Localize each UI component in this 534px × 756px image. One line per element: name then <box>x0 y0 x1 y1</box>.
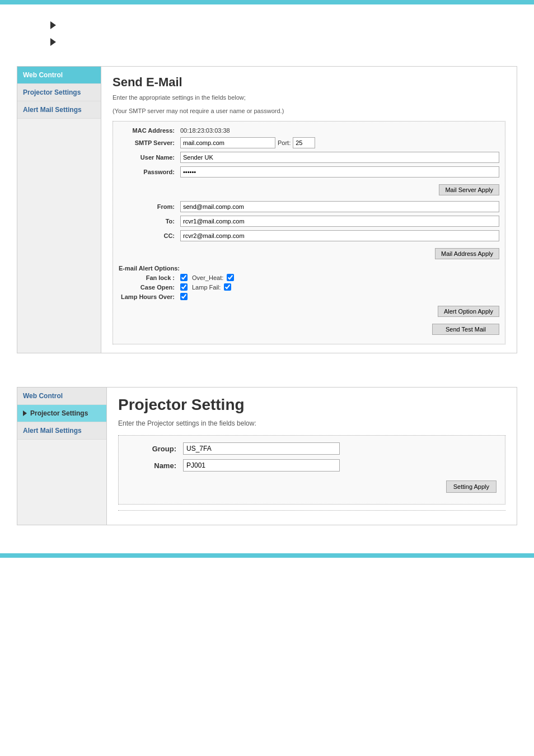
sidebar-item-projector-settings-2[interactable]: Projector Settings <box>17 405 106 422</box>
mac-address-row: MAC Address: 00:18:23:03:03:38 <box>119 127 499 134</box>
alert-option-apply-row: Alert Option Apply <box>119 302 499 317</box>
mail-server-apply-row: Mail Server Apply <box>119 181 499 195</box>
projector-form: Group: Name: Setting Apply <box>118 435 505 505</box>
email-form: MAC Address: 00:18:23:03:03:38 SMTP Serv… <box>113 121 505 344</box>
send-email-subtitle1: Enter the appropriate settings in the fi… <box>113 94 505 101</box>
to-row: To: <box>119 216 499 227</box>
projector-settings-arrow <box>23 410 27 416</box>
password-row: Password: <box>119 166 499 178</box>
port-label: Port: <box>278 139 291 146</box>
group-label: Group: <box>127 445 183 453</box>
fan-lock-row: Fan lock : Over_Heat: <box>119 274 499 281</box>
name-label: Name: <box>127 461 183 470</box>
alert-option-apply-button[interactable]: Alert Option Apply <box>438 306 499 317</box>
password-label: Password: <box>119 169 180 175</box>
cc-label: CC: <box>119 232 180 239</box>
bottom-bar <box>0 553 534 558</box>
projector-title: Projector Setting <box>118 396 505 414</box>
cc-row: CC: <box>119 230 499 241</box>
mail-server-apply-button[interactable]: Mail Server Apply <box>439 184 499 195</box>
top-bar <box>0 0 534 4</box>
lamp-hours-checks <box>180 293 189 300</box>
setting-apply-row: Setting Apply <box>127 476 496 493</box>
email-sidebar: Web Control Projector Settings Alert Mai… <box>17 67 101 353</box>
alert-options-title: E-mail Alert Options: <box>119 265 499 272</box>
divider <box>118 510 505 511</box>
sidebar-item-projector-settings-1[interactable]: Projector Settings <box>17 84 101 101</box>
fan-lock-checks: Over_Heat: <box>180 274 235 281</box>
arrow-item-2 <box>50 38 517 46</box>
projector-setting-section: Web Control Projector Settings Alert Mai… <box>17 387 517 525</box>
name-input[interactable] <box>183 459 340 472</box>
send-email-title: Send E-Mail <box>113 75 505 90</box>
arrow-icon-1 <box>50 21 56 29</box>
mail-address-apply-row: Mail Address Apply <box>119 245 499 259</box>
send-email-subtitle2: (Your SMTP server may not require a user… <box>113 108 505 114</box>
arrow-icon-2 <box>50 38 56 46</box>
send-email-section: Web Control Projector Settings Alert Mai… <box>17 66 517 353</box>
lamp-hours-row: Lamp Hours Over: <box>119 293 499 300</box>
over-heat-checkbox[interactable] <box>227 274 234 281</box>
case-open-checkbox[interactable] <box>180 283 188 291</box>
smtp-input-group: Port: <box>180 137 315 148</box>
arrow-item-1 <box>50 21 517 29</box>
user-label: User Name: <box>119 154 180 161</box>
projector-sidebar: Web Control Projector Settings Alert Mai… <box>17 388 107 525</box>
user-input[interactable] <box>180 152 499 163</box>
projector-subtitle: Enter the Projector settings in the fiel… <box>118 419 505 427</box>
arrows-section <box>17 16 517 60</box>
lamp-hours-label: Lamp Hours Over: <box>119 293 180 300</box>
sidebar-item-alert-mail-2[interactable]: Alert Mail Settings <box>17 422 106 440</box>
send-test-mail-button[interactable]: Send Test Mail <box>432 324 499 335</box>
smtp-label: SMTP Server: <box>119 139 180 146</box>
fan-lock-label: Fan lock : <box>119 274 180 281</box>
cc-input[interactable] <box>180 230 499 241</box>
lamp-fail-checkbox[interactable] <box>224 283 231 291</box>
from-label: From: <box>119 203 180 210</box>
sidebar-item-alert-mail-1[interactable]: Alert Mail Settings <box>17 101 101 119</box>
case-open-row: Case Open: Lamp Fail: <box>119 283 499 291</box>
sidebar-item-web-control-2[interactable]: Web Control <box>17 388 106 405</box>
fan-lock-checkbox[interactable] <box>180 274 188 281</box>
lamp-hours-checkbox[interactable] <box>180 293 188 300</box>
send-test-mail-row: Send Test Mail <box>119 320 499 335</box>
smtp-input[interactable] <box>180 137 275 148</box>
case-open-checks: Lamp Fail: <box>180 283 232 291</box>
mail-address-apply-button[interactable]: Mail Address Apply <box>435 248 499 259</box>
name-row: Name: <box>127 459 496 472</box>
group-row: Group: <box>127 442 496 455</box>
from-input[interactable] <box>180 201 499 212</box>
setting-apply-button[interactable]: Setting Apply <box>446 480 496 493</box>
group-input[interactable] <box>183 442 340 455</box>
mac-value: 00:18:23:03:03:38 <box>180 127 230 134</box>
sidebar-item-web-control-1[interactable]: Web Control <box>17 67 101 84</box>
user-name-row: User Name: <box>119 152 499 163</box>
spacer <box>17 370 517 387</box>
password-input[interactable] <box>180 166 499 178</box>
case-open-label: Case Open: <box>119 284 180 291</box>
port-input[interactable] <box>293 137 315 148</box>
to-input[interactable] <box>180 216 499 227</box>
smtp-server-row: SMTP Server: Port: <box>119 137 499 148</box>
lamp-fail-label: Lamp Fail: <box>192 284 221 291</box>
mac-label: MAC Address: <box>119 127 180 134</box>
email-main-content: Send E-Mail Enter the appropriate settin… <box>101 67 517 353</box>
to-label: To: <box>119 218 180 225</box>
projector-main-content: Projector Setting Enter the Projector se… <box>107 388 517 525</box>
over-heat-label: Over_Heat: <box>192 274 223 281</box>
from-row: From: <box>119 201 499 212</box>
